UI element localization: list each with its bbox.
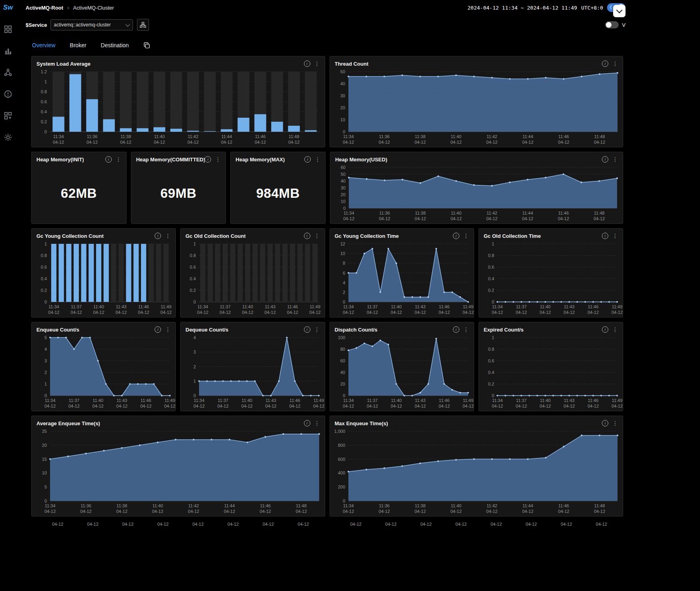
kebab-menu-icon[interactable]: ⋮ [612, 233, 618, 239]
chevron-down-icon [616, 7, 623, 14]
breadcrumb-current[interactable]: ActiveMQ-Cluster [73, 5, 114, 11]
svg-text:04-12: 04-12 [378, 509, 390, 514]
panel-max-enqueue-time: Max Enqueue Time(s) i ⋮ 02004006008001,0… [330, 416, 624, 517]
tab-destination[interactable]: Destination [101, 42, 129, 48]
svg-text:40: 40 [341, 179, 346, 183]
max-enqueue-time-chart: 02004006008001,00011:3404-1211:3604-1211… [330, 427, 623, 516]
info-icon[interactable]: i [602, 60, 608, 67]
tab-overview[interactable]: Overview [32, 42, 55, 48]
panel-title: System Load Average [36, 61, 91, 67]
clipped-row: 04-1204-1204-1204-1204-1204-1204-1204-12… [31, 521, 623, 530]
metrics-icon[interactable] [4, 46, 12, 55]
dashboard-icon[interactable] [4, 25, 12, 34]
service-select[interactable]: activemq::activemq-cluster [50, 19, 133, 30]
svg-text:11:34: 11:34 [344, 211, 354, 215]
skywalking-logo[interactable]: Sw [0, 4, 16, 12]
info-icon[interactable]: i [304, 420, 310, 426]
settings-gear-icon[interactable] [4, 133, 12, 142]
svg-text:04-12: 04-12 [486, 509, 497, 514]
svg-text:04-12: 04-12 [450, 509, 461, 514]
svg-text:8: 8 [342, 261, 345, 265]
svg-text:11:46: 11:46 [588, 304, 599, 309]
svg-text:10: 10 [42, 470, 47, 475]
tab-broker[interactable]: Broker [70, 42, 86, 48]
hierarchy-button[interactable] [137, 19, 149, 31]
kebab-menu-icon[interactable]: ⋮ [314, 60, 320, 67]
kebab-menu-icon[interactable]: ⋮ [463, 233, 469, 239]
info-icon[interactable]: i [155, 233, 161, 239]
panel-title: Gc Old Collection Count [185, 233, 245, 239]
info-icon[interactable]: i [602, 156, 608, 163]
kebab-menu-icon[interactable]: ⋮ [612, 420, 618, 426]
svg-text:10: 10 [341, 199, 346, 204]
svg-text:11:43: 11:43 [266, 398, 276, 403]
kebab-menu-icon[interactable]: ⋮ [612, 156, 618, 163]
svg-text:1: 1 [44, 79, 47, 84]
svg-text:04-12: 04-12 [164, 404, 175, 408]
svg-text:11:48: 11:48 [594, 211, 605, 215]
svg-text:04-12: 04-12 [563, 404, 575, 408]
kebab-menu-icon[interactable]: ⋮ [314, 326, 320, 333]
svg-text:0.8: 0.8 [488, 347, 494, 352]
copy-icon[interactable] [143, 42, 150, 49]
info-icon[interactable]: i [155, 326, 161, 333]
sidebar [0, 15, 16, 591]
svg-text:1: 1 [492, 241, 494, 246]
info-icon[interactable]: i [453, 326, 459, 333]
svg-text:04-12: 04-12 [116, 404, 127, 408]
breadcrumb-root[interactable]: ActiveMQ-Root [26, 5, 63, 11]
svg-text:11:34: 11:34 [343, 398, 354, 403]
svg-text:04-12: 04-12 [313, 404, 324, 408]
view-toggle[interactable] [605, 21, 619, 28]
panel-title: Heap Memory(INIT) [36, 157, 84, 163]
kebab-menu-icon[interactable]: ⋮ [314, 233, 320, 239]
info-icon[interactable]: i [602, 326, 608, 333]
svg-text:11:49: 11:49 [161, 304, 171, 309]
kebab-menu-icon[interactable]: ⋮ [165, 233, 171, 239]
svg-text:11:49: 11:49 [165, 398, 175, 403]
info-icon[interactable]: i [304, 326, 310, 333]
svg-text:11:38: 11:38 [414, 503, 425, 508]
svg-text:11:46: 11:46 [439, 398, 449, 403]
kebab-menu-icon[interactable]: ⋮ [165, 326, 171, 333]
info-icon[interactable]: i [453, 233, 459, 239]
info-icon[interactable]: i [304, 233, 310, 239]
info-icon[interactable]: i [602, 233, 608, 239]
svg-text:04-12: 04-12 [241, 404, 253, 408]
svg-text:0: 0 [44, 129, 47, 134]
kebab-menu-icon[interactable]: ⋮ [612, 326, 618, 333]
info-icon[interactable]: i [304, 156, 311, 163]
topology-icon[interactable] [4, 68, 12, 77]
dashboard-content: Overview Broker Destination System Load … [16, 34, 623, 530]
svg-text:0: 0 [342, 300, 345, 304]
svg-text:0: 0 [342, 499, 345, 503]
svg-text:11:46: 11:46 [260, 503, 271, 508]
svg-text:11:34: 11:34 [343, 134, 354, 139]
svg-text:11:36: 11:36 [379, 211, 390, 215]
alarm-icon[interactable] [4, 90, 12, 98]
info-icon[interactable]: i [205, 156, 211, 163]
system-load-average-chart: 00.20.40.60.811.211:3404-1211:3604-1211:… [32, 68, 325, 147]
svg-text:11:42: 11:42 [487, 134, 497, 139]
svg-text:11:40: 11:40 [540, 398, 551, 403]
kebab-menu-icon[interactable]: ⋮ [315, 156, 320, 163]
panel-average-enqueue-time: Average Enqueue Time(s) i ⋮ 051015202511… [31, 416, 325, 517]
kebab-menu-icon[interactable]: ⋮ [612, 60, 618, 67]
widgets-add-icon[interactable] [4, 111, 12, 120]
time-range-picker[interactable]: 2024-04-12 11:34 ~ 2024-04-12 11:49 [467, 5, 577, 11]
svg-text:04-12: 04-12 [310, 310, 321, 315]
svg-text:04-12: 04-12 [260, 509, 271, 514]
expand-panel-button[interactable] [613, 5, 626, 17]
info-icon[interactable]: i [105, 156, 112, 163]
info-icon[interactable]: i [304, 60, 310, 67]
svg-text:11:34: 11:34 [492, 304, 503, 309]
kebab-menu-icon[interactable]: ⋮ [215, 156, 221, 163]
svg-text:11:49: 11:49 [310, 304, 321, 309]
kebab-menu-icon[interactable]: ⋮ [314, 420, 320, 426]
kebab-menu-icon[interactable]: ⋮ [116, 156, 121, 163]
svg-text:04-12: 04-12 [492, 310, 503, 315]
svg-text:11:40: 11:40 [391, 398, 402, 403]
svg-text:04-12: 04-12 [451, 216, 462, 221]
kebab-menu-icon[interactable]: ⋮ [463, 326, 469, 333]
info-icon[interactable]: i [602, 420, 608, 426]
